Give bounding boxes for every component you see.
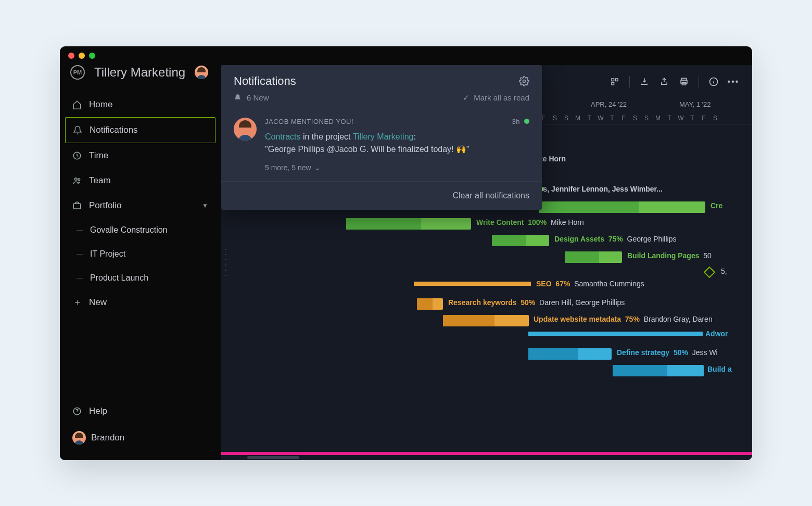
gantt-day-label: M (652, 115, 664, 122)
gantt-day-label: T (664, 115, 675, 122)
gantt-bar[interactable] (613, 365, 704, 376)
svg-point-2 (78, 178, 80, 180)
gantt-summary-bar[interactable] (414, 282, 531, 286)
milestone-label: 5, (721, 267, 727, 275)
gear-icon[interactable] (519, 76, 529, 86)
svg-rect-7 (612, 82, 614, 85)
download-icon[interactable] (639, 77, 650, 87)
gantt-day-label: W (595, 115, 606, 122)
check-icon: ✓ (463, 93, 470, 103)
gantt-month-label: APR, 24 '22 (591, 100, 627, 108)
home-icon (72, 100, 82, 109)
gantt-bar-label: Design Assets 75% George Phillips (554, 235, 676, 243)
close-window-icon[interactable] (68, 53, 74, 59)
gantt-bar-label: Build Landing Pages 50 (627, 251, 712, 260)
gantt-bar[interactable] (492, 235, 549, 246)
gantt-day-label: T (687, 115, 698, 122)
print-icon[interactable] (679, 77, 689, 87)
mark-all-read-button[interactable]: ✓ Mark all as read (463, 93, 529, 103)
chevron-down-icon: ▼ (202, 202, 208, 209)
share-icon[interactable] (659, 77, 669, 87)
clock-icon (72, 151, 82, 160)
gantt-day-label: W (675, 115, 687, 122)
avatar[interactable] (195, 66, 208, 79)
timeline-marker (221, 452, 752, 455)
gantt-day-label: S (629, 115, 641, 122)
notifications-title: Notifications (234, 74, 296, 88)
notification-link[interactable]: Tillery Marketing (353, 132, 414, 141)
svg-rect-3 (73, 204, 81, 209)
notification-expand-button[interactable]: 5 more, 5 new ⌄ (265, 163, 529, 172)
sidebar-item-label: Portfolio (89, 200, 121, 211)
minimize-window-icon[interactable] (79, 53, 85, 59)
bell-icon (234, 94, 242, 102)
gantt-day-label: M (572, 115, 583, 122)
header: PM Tillery Marketing (60, 65, 221, 88)
sidebar-item-user[interactable]: Brandon (65, 424, 215, 452)
portfolio-sub-item[interactable]: IT Project (86, 242, 215, 266)
briefcase-icon (72, 201, 82, 210)
gantt-bar-label: Adwor (705, 330, 728, 338)
notification-link[interactable]: Contracts (265, 132, 300, 141)
filter-icon[interactable] (610, 77, 620, 87)
more-icon[interactable]: ••• (728, 77, 739, 87)
chevron-down-icon: ⌄ (314, 163, 321, 172)
gantt-bar[interactable] (565, 251, 622, 263)
sidebar-item-label: Team (89, 175, 111, 186)
sidebar-item-label: Home (89, 99, 112, 110)
avatar (72, 431, 86, 445)
gantt-day-label: T (583, 115, 595, 122)
help-icon (72, 407, 82, 416)
portfolio-sub-item[interactable]: Govalle Construction (86, 218, 215, 242)
sidebar-item-team[interactable]: Team (65, 168, 215, 193)
gantt-bar[interactable] (443, 315, 529, 326)
svg-rect-6 (616, 79, 618, 81)
gantt-bar-label: Define strategy 50% Jess Wi (617, 348, 718, 357)
portfolio-sub-item[interactable]: Product Launch (86, 266, 215, 290)
window-controls[interactable] (68, 53, 95, 59)
gantt-bar[interactable] (346, 218, 471, 230)
main-content: ••• APR, 24 '22MAY, 1 '22 FSSMTWTFSSMTWT… (221, 65, 752, 460)
svg-point-1 (75, 178, 78, 180)
user-name: Brandon (91, 433, 124, 443)
clear-all-button[interactable]: Clear all notifications (221, 182, 542, 210)
gantt-summary-bar[interactable] (528, 332, 703, 336)
gantt-bar[interactable] (528, 348, 612, 360)
gantt-bar[interactable] (417, 298, 443, 310)
gantt-bar[interactable] (539, 201, 705, 213)
sidebar-item-help[interactable]: Help (65, 399, 215, 424)
gantt-bar-label: Research keywords 50% Daren Hill, George… (448, 298, 625, 307)
maximize-window-icon[interactable] (89, 53, 95, 59)
svg-rect-5 (612, 79, 614, 81)
notification-item[interactable]: JACOB MENTIONED YOU! 3h Contracts in the… (221, 108, 542, 182)
sidebar-item-home[interactable]: Home (65, 92, 215, 117)
sidebar-item-label: Time (89, 150, 108, 161)
gantt-day-label: F (698, 115, 709, 122)
notification-time: 3h (512, 118, 520, 125)
gantt-day-label: S (709, 115, 721, 122)
gantt-bar-label: Write Content 100% Mike Horn (476, 218, 584, 226)
logo-badge: PM (70, 65, 85, 80)
gantt-month-label: MAY, 1 '22 (679, 100, 711, 108)
milestone-icon[interactable] (704, 266, 716, 278)
bell-icon (73, 125, 82, 135)
info-icon[interactable] (708, 77, 719, 87)
sidebar-item-new[interactable]: ＋ New (65, 290, 215, 315)
notification-headline: JACOB MENTIONED YOU! (265, 118, 353, 125)
horizontal-scrollbar[interactable] (247, 456, 299, 459)
sidebar-item-time[interactable]: Time (65, 143, 215, 168)
sidebar-item-label: New (89, 297, 107, 308)
gantt-bar-label: Update website metadata 75% Brandon Gray… (534, 315, 713, 323)
sidebar: PM Tillery Marketing Home Notifications … (60, 65, 221, 460)
gantt-bar-label: SEO 67% Samantha Cummings (536, 280, 644, 288)
sidebar-item-notifications[interactable]: Notifications (65, 117, 215, 143)
sidebar-item-label: Notifications (90, 125, 138, 135)
gantt-day-label: F (618, 115, 629, 122)
avatar (234, 118, 257, 141)
notifications-panel: Notifications 6 New ✓ Mark all as read (221, 65, 542, 210)
notifications-count: 6 New (247, 93, 269, 102)
gantt-day-label: S (549, 115, 561, 122)
project-title: Tillery Marketing (94, 65, 185, 80)
sidebar-item-label: Help (89, 406, 107, 416)
sidebar-item-portfolio[interactable]: Portfolio ▼ (65, 193, 215, 218)
